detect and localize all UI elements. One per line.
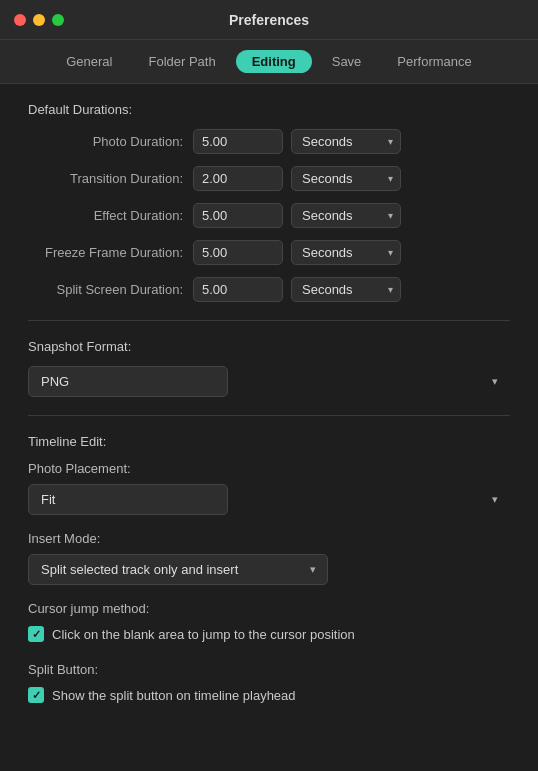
tab-save[interactable]: Save (316, 50, 378, 73)
cursor-jump-checkbox-label: Click on the blank area to jump to the c… (52, 627, 355, 642)
photo-duration-label: Photo Duration: (28, 134, 193, 149)
tab-folder-path[interactable]: Folder Path (132, 50, 231, 73)
photo-placement-select-wrapper: Fit Fill Stretch None ▾ (28, 484, 510, 515)
transition-duration-unit-wrapper: Seconds Frames ▾ (291, 166, 401, 191)
split-button-checkbox-label: Show the split button on timeline playhe… (52, 688, 296, 703)
freeze-frame-duration-unit-select[interactable]: Seconds Frames (291, 240, 401, 265)
split-button-label: Split Button: (28, 662, 510, 677)
effect-duration-row: Effect Duration: Seconds Frames ▾ (28, 203, 510, 228)
insert-mode-label: Insert Mode: (28, 531, 510, 546)
split-screen-duration-label: Split Screen Duration: (28, 282, 193, 297)
split-screen-duration-input[interactable] (193, 277, 283, 302)
transition-duration-input[interactable] (193, 166, 283, 191)
cursor-jump-checkbox-row: ✓ Click on the blank area to jump to the… (28, 626, 510, 642)
content-area: Default Durations: Photo Duration: Secon… (0, 84, 538, 760)
close-button[interactable] (14, 14, 26, 26)
cursor-jump-checkbox[interactable]: ✓ (28, 626, 44, 642)
snapshot-format-select-wrapper: PNG JPEG BMP TIFF ▾ (28, 366, 510, 397)
photo-duration-unit-wrapper: Seconds Frames ▾ (291, 129, 401, 154)
split-screen-duration-unit-wrapper: Seconds Frames ▾ (291, 277, 401, 302)
snapshot-format-select[interactable]: PNG JPEG BMP TIFF (28, 366, 228, 397)
photo-duration-row: Photo Duration: Seconds Frames ▾ (28, 129, 510, 154)
transition-duration-label: Transition Duration: (28, 171, 193, 186)
freeze-frame-duration-label: Freeze Frame Duration: (28, 245, 193, 260)
effect-duration-unit-wrapper: Seconds Frames ▾ (291, 203, 401, 228)
chevron-down-icon: ▾ (492, 375, 498, 388)
timeline-edit-label: Timeline Edit: (28, 434, 510, 449)
snapshot-format-label: Snapshot Format: (28, 339, 510, 354)
split-button-checkbox[interactable]: ✓ (28, 687, 44, 703)
freeze-frame-duration-unit-wrapper: Seconds Frames ▾ (291, 240, 401, 265)
checkmark-icon: ✓ (32, 629, 41, 640)
minimize-button[interactable] (33, 14, 45, 26)
timeline-edit-section: Timeline Edit: Photo Placement: Fit Fill… (28, 434, 510, 703)
titlebar: Preferences (0, 0, 538, 40)
photo-placement-select[interactable]: Fit Fill Stretch None (28, 484, 228, 515)
insert-mode-select-wrapper: Split selected track only and insert Spl… (28, 554, 328, 585)
transition-duration-unit-select[interactable]: Seconds Frames (291, 166, 401, 191)
split-screen-duration-unit-select[interactable]: Seconds Frames (291, 277, 401, 302)
checkmark-icon: ✓ (32, 690, 41, 701)
divider-2 (28, 415, 510, 416)
maximize-button[interactable] (52, 14, 64, 26)
photo-duration-input[interactable] (193, 129, 283, 154)
freeze-frame-duration-input[interactable] (193, 240, 283, 265)
transition-duration-row: Transition Duration: Seconds Frames ▾ (28, 166, 510, 191)
divider-1 (28, 320, 510, 321)
split-button-checkbox-row: ✓ Show the split button on timeline play… (28, 687, 510, 703)
tab-bar: General Folder Path Editing Save Perform… (0, 40, 538, 84)
tab-performance[interactable]: Performance (381, 50, 487, 73)
chevron-down-icon: ▾ (492, 493, 498, 506)
effect-duration-unit-select[interactable]: Seconds Frames (291, 203, 401, 228)
insert-mode-select[interactable]: Split selected track only and insert Spl… (28, 554, 328, 585)
cursor-jump-label: Cursor jump method: (28, 601, 510, 616)
window-title: Preferences (229, 12, 309, 28)
split-screen-duration-row: Split Screen Duration: Seconds Frames ▾ (28, 277, 510, 302)
tab-editing[interactable]: Editing (236, 50, 312, 73)
freeze-frame-duration-row: Freeze Frame Duration: Seconds Frames ▾ (28, 240, 510, 265)
default-durations-heading: Default Durations: (28, 102, 510, 117)
tab-general[interactable]: General (50, 50, 128, 73)
effect-duration-input[interactable] (193, 203, 283, 228)
photo-placement-label: Photo Placement: (28, 461, 510, 476)
window-controls (14, 14, 64, 26)
snapshot-format-section: Snapshot Format: PNG JPEG BMP TIFF ▾ (28, 339, 510, 397)
effect-duration-label: Effect Duration: (28, 208, 193, 223)
photo-duration-unit-select[interactable]: Seconds Frames (291, 129, 401, 154)
